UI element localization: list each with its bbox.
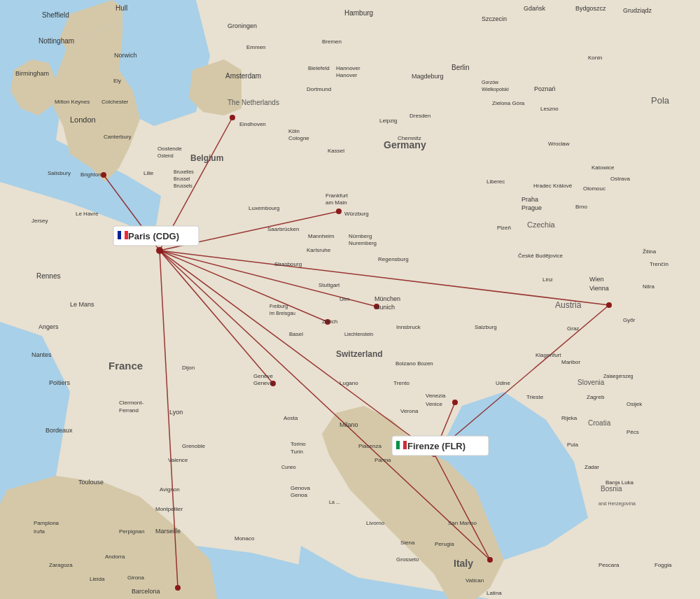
svg-text:Venezia: Venezia	[426, 393, 446, 399]
svg-text:Olomouc: Olomouc	[583, 185, 606, 192]
svg-text:Prague: Prague	[522, 204, 542, 211]
svg-text:Genoa: Genoa	[290, 492, 308, 498]
svg-text:Zadar: Zadar	[584, 464, 599, 470]
svg-text:Udine: Udine	[496, 380, 510, 386]
svg-rect-196	[125, 231, 128, 239]
svg-text:Mannheim: Mannheim	[308, 233, 335, 239]
svg-text:Trieste: Trieste	[526, 394, 544, 400]
svg-text:Piacenza: Piacenza	[358, 443, 382, 449]
svg-text:Freiburg: Freiburg	[270, 304, 288, 309]
svg-text:Graz: Graz	[567, 325, 579, 332]
svg-text:Pola: Pola	[651, 95, 670, 106]
svg-text:Stuttgart: Stuttgart	[318, 282, 340, 288]
svg-text:Dortmund: Dortmund	[307, 86, 331, 92]
svg-text:České Budějovice: České Budějovice	[518, 253, 564, 259]
svg-text:Nürnberg: Nürnberg	[349, 233, 372, 239]
svg-text:Saarbrücken: Saarbrücken	[267, 226, 299, 232]
svg-text:Emmen: Emmen	[246, 44, 266, 50]
svg-text:Italy: Italy	[454, 558, 473, 569]
svg-text:Poznań: Poznań	[534, 85, 556, 92]
svg-text:Clermont-: Clermont-	[119, 400, 144, 406]
svg-rect-194	[118, 231, 121, 239]
svg-text:Girona: Girona	[127, 575, 145, 581]
svg-text:Grenoble: Grenoble	[182, 443, 205, 449]
svg-text:Liechtenstein: Liechtenstein	[344, 332, 373, 337]
svg-text:Jersey: Jersey	[31, 218, 48, 224]
svg-text:Regensburg: Regensburg	[378, 256, 409, 262]
svg-text:Gorzów: Gorzów	[482, 80, 499, 85]
svg-text:Leipzig: Leipzig	[379, 118, 397, 124]
svg-text:Croatia: Croatia	[588, 419, 611, 427]
svg-text:Chemnitz: Chemnitz	[398, 135, 421, 141]
svg-text:am Main: am Main	[326, 199, 347, 206]
svg-text:Bolzano Bozen: Bolzano Bozen	[396, 360, 433, 367]
svg-text:Ostend: Ostend	[158, 153, 174, 158]
svg-text:Belgium: Belgium	[190, 153, 223, 163]
svg-text:Birmingham: Birmingham	[15, 70, 49, 77]
svg-text:Győr: Győr	[623, 317, 636, 323]
svg-text:Osijek: Osijek	[626, 401, 643, 407]
svg-text:Klagenfurt: Klagenfurt	[536, 352, 561, 358]
svg-text:Lleida: Lleida	[90, 576, 105, 582]
svg-text:Paris (CDG): Paris (CDG)	[128, 231, 179, 241]
svg-text:Frankfurt: Frankfurt	[326, 192, 349, 199]
svg-text:Ferrand: Ferrand	[119, 407, 139, 414]
svg-text:Parma: Parma	[374, 457, 391, 463]
svg-text:Siena: Siena	[400, 540, 415, 546]
svg-text:La ...: La ...	[329, 500, 340, 505]
svg-text:Le Mans: Le Mans	[70, 301, 94, 308]
svg-text:Ulm: Ulm	[340, 296, 350, 302]
svg-text:im Breisgau: im Breisgau	[270, 311, 295, 316]
svg-text:Cuneo: Cuneo	[281, 465, 296, 470]
svg-text:Konin: Konin	[588, 55, 602, 61]
svg-text:Rennes: Rennes	[36, 272, 60, 280]
svg-text:Wien: Wien	[589, 276, 604, 283]
svg-text:Turin: Turin	[290, 449, 303, 455]
svg-text:Eindhoven: Eindhoven	[239, 121, 266, 127]
svg-text:Berlin: Berlin	[451, 64, 470, 71]
svg-text:Aosta: Aosta	[284, 415, 298, 421]
svg-text:Bruxelles: Bruxelles	[174, 169, 194, 174]
svg-text:Vienna: Vienna	[589, 285, 609, 292]
svg-text:Trenčín: Trenčín	[650, 261, 668, 267]
svg-text:Groningen: Groningen	[227, 22, 257, 29]
svg-text:Gdańsk: Gdańsk	[524, 5, 546, 12]
map-svg: London Sheffield Hull Nottingham Norwich…	[0, 0, 700, 599]
svg-point-17	[336, 209, 342, 214]
svg-text:Wrocław: Wrocław	[548, 141, 570, 147]
svg-text:Pescara: Pescara	[598, 562, 620, 568]
svg-text:Milano: Milano	[340, 421, 358, 428]
svg-text:Hradec Králové: Hradec Králové	[533, 183, 573, 189]
svg-text:Salisbury: Salisbury	[48, 170, 71, 176]
svg-text:Livorno: Livorno	[366, 520, 385, 526]
svg-text:Marseille: Marseille	[155, 528, 181, 535]
svg-point-14	[230, 115, 235, 120]
svg-rect-200	[400, 441, 403, 449]
svg-text:Oostende: Oostende	[158, 146, 182, 152]
map-container: London Sheffield Hull Nottingham Norwich…	[0, 0, 700, 599]
svg-text:Brussel: Brussel	[174, 176, 190, 181]
svg-text:Austria: Austria	[555, 300, 582, 310]
svg-text:Szczecin: Szczecin	[482, 15, 507, 22]
svg-text:Torino: Torino	[290, 441, 306, 447]
svg-text:Valence: Valence	[168, 457, 188, 463]
svg-text:Nantes: Nantes	[31, 351, 52, 358]
svg-text:Ely: Ely	[113, 78, 121, 84]
svg-text:Lugano: Lugano	[340, 380, 358, 386]
svg-text:Cologne: Cologne	[288, 135, 309, 141]
svg-text:Slovenia: Slovenia	[578, 379, 605, 386]
svg-text:Katowice: Katowice	[592, 164, 615, 171]
svg-text:Monaco: Monaco	[234, 535, 255, 542]
svg-text:Hamburg: Hamburg	[344, 9, 373, 17]
svg-text:Perpignan: Perpignan	[119, 528, 144, 535]
svg-text:Hanover: Hanover	[336, 72, 358, 78]
svg-point-24	[156, 247, 163, 254]
svg-text:Firenze (FLR): Firenze (FLR)	[407, 441, 465, 451]
svg-text:Zielona Góra: Zielona Góra	[492, 100, 525, 106]
svg-text:Praha: Praha	[522, 196, 538, 203]
svg-text:Lille: Lille	[144, 170, 154, 176]
svg-text:Grudziądz: Grudziądz	[623, 7, 652, 14]
svg-text:Foggia: Foggia	[654, 562, 672, 568]
svg-text:Verona: Verona	[400, 408, 419, 414]
svg-text:Köln: Köln	[288, 128, 300, 134]
